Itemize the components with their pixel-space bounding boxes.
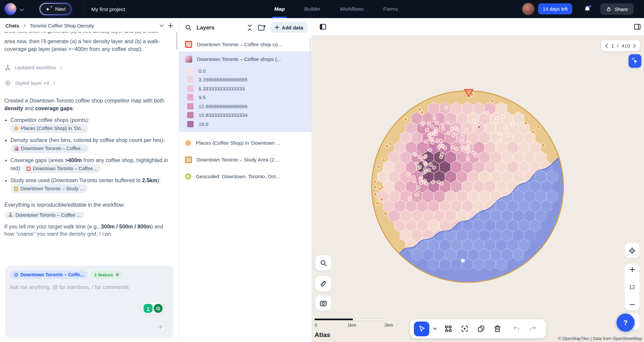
- map-screenshot-button[interactable]: [315, 295, 331, 311]
- tab-forms[interactable]: Forms: [383, 0, 398, 18]
- delete-tool-icon[interactable]: [494, 325, 501, 333]
- map-measure-button[interactable]: [315, 276, 331, 291]
- chat-paragraph-intro: area now, then I'll generate (a) a hex d…: [4, 38, 174, 53]
- workflow-chip-row: Downtown Toronto – Coffee ...: [4, 212, 174, 218]
- camera-icon: [319, 299, 327, 307]
- notifications-bell-icon[interactable]: [583, 4, 592, 15]
- workflow-icon: [4, 64, 11, 71]
- tab-workflows[interactable]: Workflows: [340, 0, 364, 18]
- trial-badge[interactable]: 14 days left: [538, 3, 572, 14]
- map-visualization[interactable]: [312, 36, 644, 342]
- legend-row: 12.666666666666666: [179, 102, 312, 111]
- chat-paragraph-workflow-note: Everything is reproducible/editable in t…: [4, 201, 174, 209]
- map-canvas[interactable]: 1 / 410: [312, 36, 644, 342]
- search-icon[interactable]: [185, 24, 192, 31]
- legend-row: 6.333333333333333: [179, 84, 312, 93]
- legend-row: 19.0: [179, 120, 312, 129]
- new-folder-icon[interactable]: [258, 24, 266, 31]
- chat-input[interactable]: Ask me anything, @ for mentions, / for c…: [10, 284, 169, 290]
- feature-chip[interactable]: 1 feature: [91, 270, 123, 279]
- duplicate-tool-icon[interactable]: [477, 325, 485, 333]
- scale-labels: 0 1km 2km: [315, 323, 395, 328]
- chat-picker-chevron-down-icon[interactable]: [159, 24, 164, 27]
- select-tool-chevron-icon[interactable]: [433, 327, 437, 330]
- share-label: Share: [614, 6, 628, 12]
- layer-row-places[interactable]: Places (Coffee Shop) in 'Downtown ...: [179, 135, 312, 151]
- bullet-competitors: Competitor coffee shops (points): Places…: [10, 116, 174, 133]
- new-chat-plus-icon[interactable]: [168, 23, 173, 28]
- density-swatch-icon: [185, 56, 192, 63]
- select-tool-button[interactable]: [414, 322, 429, 336]
- map-white-dot: [461, 259, 465, 263]
- workspace-chevron-down-icon[interactable]: [19, 7, 24, 13]
- scale-0: 0: [315, 323, 317, 328]
- chat-scrollbar[interactable]: [176, 32, 177, 50]
- redo-icon[interactable]: [529, 325, 537, 332]
- toggle-left-panel-icon[interactable]: [319, 23, 327, 32]
- close-icon[interactable]: [116, 273, 119, 276]
- ai-select-button[interactable]: [629, 54, 641, 68]
- map-header: [312, 18, 644, 36]
- topbar-divider: [83, 0, 84, 18]
- layer-row-density[interactable]: Downtown Toronto – Coffee shops (...: [179, 52, 312, 66]
- search-icon: [320, 259, 327, 267]
- chip-coverage-layer[interactable]: Downtown Toronto – Coffee...: [23, 164, 101, 173]
- page-next-icon[interactable]: [633, 44, 636, 48]
- layer-row-geocoded[interactable]: Geocoded: Downtown, Toronto, Ont...: [179, 168, 312, 185]
- chip-density-layer[interactable]: Downtown Toronto – Coffee...: [10, 144, 89, 153]
- app-logo[interactable]: [4, 3, 16, 15]
- layer-row-study-area[interactable]: Downtown Toronto – Study Area (2....: [179, 151, 312, 168]
- legend-value: 6.333333333333333: [199, 86, 245, 91]
- focus-tool-icon[interactable]: [461, 325, 469, 333]
- legend-value: 15.833333333333334: [199, 112, 248, 118]
- chat-title[interactable]: Toronto Coffee Shop Density: [30, 23, 94, 28]
- share-button[interactable]: Share: [600, 3, 634, 15]
- collapse-all-icon[interactable]: [247, 24, 253, 31]
- undo-icon[interactable]: [513, 325, 520, 332]
- toggle-right-panel-icon[interactable]: [634, 23, 641, 32]
- chat-paragraph-created: Created a Downtown Toronto coffee shop c…: [4, 97, 174, 112]
- page-total: 410: [622, 43, 630, 49]
- layers-scrollbar[interactable]: [310, 38, 311, 119]
- scale-2km: 2km: [384, 323, 393, 328]
- legend-value: 19.0: [199, 121, 208, 127]
- places-swatch-icon: [185, 140, 191, 146]
- locate-button[interactable]: [625, 243, 640, 258]
- lock-icon: [606, 6, 611, 12]
- legend-swatch-icon: [187, 76, 194, 83]
- gradient-swatch-icon: [14, 146, 18, 151]
- app-window: ✦✦ Navi My first project Map Builder Wor…: [0, 0, 644, 342]
- updated-workflow-row[interactable]: Updated workflow: [4, 64, 174, 71]
- tab-map[interactable]: Map: [274, 0, 285, 18]
- geocoded-swatch-icon: [185, 174, 191, 180]
- page-separator: /: [617, 43, 619, 49]
- bullet-density: Density surface (hex bins, colored by co…: [10, 136, 174, 153]
- help-button[interactable]: ?: [616, 314, 635, 332]
- legend-value: 12.666666666666666: [199, 104, 248, 109]
- mention-chip[interactable]: @Downtown Toronto – Coffe...: [10, 270, 88, 279]
- tab-builder[interactable]: Builder: [304, 0, 320, 18]
- legend-value: 9.5: [199, 94, 206, 100]
- red-swatch-icon: [26, 167, 31, 171]
- chip-workflow[interactable]: Downtown Toronto – Coffee ...: [4, 212, 85, 218]
- styled-layer-row[interactable]: Styled layer ×4: [4, 80, 174, 86]
- map-search-button[interactable]: [315, 255, 331, 271]
- breadcrumb-chats[interactable]: Chats: [5, 23, 19, 28]
- chip-places-layer[interactable]: Places (Coffee Shop) in 'Do...: [10, 124, 88, 133]
- grammarly-badge[interactable]: ♦ G: [142, 302, 164, 314]
- study-area-swatch-icon: [185, 156, 192, 163]
- navi-button[interactable]: ✦✦ Navi: [40, 3, 71, 15]
- legend-row: 15.833333333333334: [179, 111, 312, 120]
- zoom-out-icon[interactable]: [630, 302, 635, 307]
- send-button[interactable]: [153, 321, 166, 333]
- chip-study-layer[interactable]: Downtown Toronto – Study ...: [10, 184, 88, 193]
- user-avatar[interactable]: [522, 3, 535, 15]
- page-prev-icon[interactable]: [605, 44, 608, 48]
- map-area: 1 / 410: [312, 18, 644, 342]
- zoom-in-icon[interactable]: [630, 267, 635, 272]
- transform-tool-icon[interactable]: [444, 325, 452, 333]
- add-data-button[interactable]: Add data: [270, 22, 308, 33]
- project-title[interactable]: My first project: [91, 6, 125, 12]
- basemap-name[interactable]: Atlas: [315, 331, 330, 339]
- layer-row-coverage[interactable]: Downtown Toronto – Coffee shop co...: [179, 37, 312, 52]
